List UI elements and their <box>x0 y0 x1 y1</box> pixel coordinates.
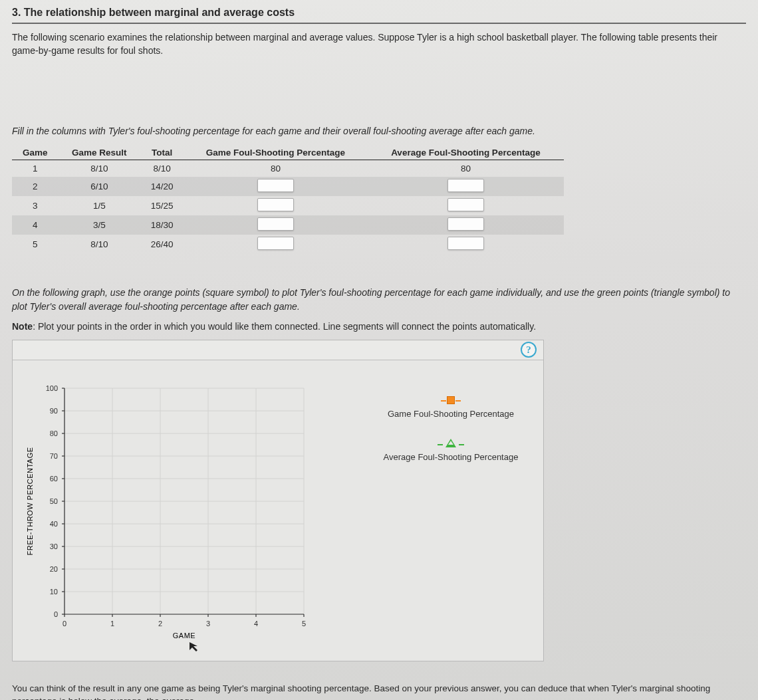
ytick: 50 <box>50 497 58 505</box>
ytick: 10 <box>50 588 58 596</box>
col-game-pct: Game Foul-Shooting Percentage <box>184 146 368 160</box>
table-row: 5 8/10 26/40 <box>12 235 564 254</box>
legend-label: Game Foul-Shooting Percentage <box>388 409 514 419</box>
cell-game: 1 <box>12 160 58 177</box>
input-avg-pct[interactable] <box>447 217 484 231</box>
input-game-pct[interactable] <box>257 217 294 231</box>
ytick: 60 <box>50 475 58 483</box>
cell-total: 14/20 <box>140 177 184 196</box>
cursor-arrow-icon <box>190 642 197 651</box>
xtick: 1 <box>110 620 114 628</box>
cell-game: 5 <box>12 235 58 254</box>
cell-total: 15/25 <box>140 196 184 215</box>
xtick: 0 <box>63 620 66 628</box>
ytick: 90 <box>50 407 58 415</box>
col-result: Game Result <box>58 146 140 160</box>
input-game-pct[interactable] <box>257 198 294 211</box>
legend-label: Average Foul-Shooting Percentage <box>384 452 519 462</box>
cell-total: 26/40 <box>140 235 184 254</box>
cell-result: 8/10 <box>58 160 140 177</box>
table-row: 4 3/5 18/30 <box>12 215 564 235</box>
input-avg-pct[interactable] <box>447 237 484 250</box>
ytick: 0 <box>54 610 58 618</box>
intro-paragraph: The following scenario examines the rela… <box>12 31 746 58</box>
table-row: 2 6/10 14/20 <box>12 177 564 196</box>
cell-total: 8/10 <box>140 160 184 177</box>
ytick: 100 <box>46 384 58 392</box>
table-instruction: Fill in the columns with Tyler's foul-sh… <box>12 124 746 138</box>
input-game-pct[interactable] <box>257 179 294 192</box>
input-avg-pct[interactable] <box>447 179 484 192</box>
legend-item-game-pct[interactable]: Game Foul-Shooting Percentage <box>364 396 538 419</box>
x-axis-label: GAME <box>173 632 195 640</box>
triangle-green-icon <box>445 439 456 447</box>
col-total: Total <box>140 146 184 160</box>
question-title: 3. The relationship between marginal and… <box>12 0 746 24</box>
graph-note: Note: Plot your points in the order in w… <box>12 321 746 332</box>
input-game-pct[interactable] <box>257 237 294 250</box>
cell-game: 4 <box>12 215 58 235</box>
ytick: 30 <box>50 542 58 550</box>
chart-canvas[interactable]: 100 90 80 70 60 50 40 30 20 10 0 <box>18 368 337 654</box>
ytick: 80 <box>50 429 58 437</box>
note-text: : Plot your points in the order in which… <box>33 321 536 332</box>
ytick: 70 <box>50 452 58 460</box>
legend-item-avg-pct[interactable]: Average Foul-Shooting Percentage <box>364 439 538 462</box>
graph-instruction: On the following graph, use the orange p… <box>12 286 746 313</box>
cell-result: 6/10 <box>58 177 140 196</box>
cell-result: 1/5 <box>58 196 140 215</box>
col-game: Game <box>12 146 58 160</box>
y-axis-label: FREE-THROW PERCENTAGE <box>26 447 34 555</box>
question-page: 3. The relationship between marginal and… <box>0 0 758 700</box>
xtick: 5 <box>302 620 306 628</box>
cell-game: 2 <box>12 177 58 196</box>
cell-result: 8/10 <box>58 235 140 254</box>
xtick: 3 <box>206 620 210 628</box>
table-row: 1 8/10 8/10 80 80 <box>12 160 564 177</box>
cell-game: 3 <box>12 196 58 215</box>
xtick: 2 <box>158 620 162 628</box>
chart-legend: Game Foul-Shooting Percentage Average Fo… <box>337 368 538 654</box>
graph-toolbar: ? <box>13 340 543 360</box>
graph-widget: ? <box>12 340 544 661</box>
cell-result: 3/5 <box>58 215 140 235</box>
help-button[interactable]: ? <box>521 342 537 358</box>
col-avg-pct: Average Foul-Shooting Percentage <box>368 146 564 160</box>
cell-game-pct: 80 <box>184 160 368 177</box>
table-row: 3 1/5 15/25 <box>12 196 564 215</box>
ytick: 20 <box>50 565 58 573</box>
footer-paragraph: You can think of the result in any one g… <box>12 683 746 700</box>
results-table: Game Game Result Total Game Foul-Shootin… <box>12 146 564 255</box>
ytick: 40 <box>50 520 58 528</box>
note-label: Note <box>12 321 33 332</box>
input-avg-pct[interactable] <box>447 198 484 211</box>
square-orange-icon <box>447 396 455 404</box>
cell-avg-pct: 80 <box>368 160 564 177</box>
cell-total: 18/30 <box>140 215 184 235</box>
xtick: 4 <box>254 620 258 628</box>
